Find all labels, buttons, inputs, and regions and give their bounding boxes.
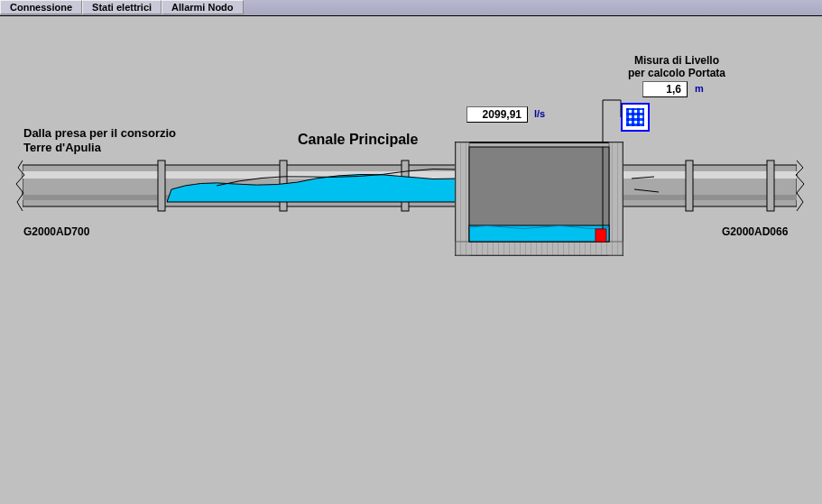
svg-rect-9 — [686, 160, 693, 211]
svg-rect-10 — [767, 160, 774, 211]
svg-rect-3 — [158, 160, 165, 211]
svg-rect-19 — [596, 229, 606, 242]
right-pipe — [623, 160, 804, 211]
svg-rect-12 — [456, 142, 469, 255]
measurement-chamber — [456, 142, 623, 255]
scada-canvas: Misura di Livello per calcolo Portata 1,… — [0, 16, 822, 504]
svg-rect-13 — [609, 142, 623, 255]
menu-connessione[interactable]: Connessione — [0, 0, 82, 14]
menubar: Connessione Stati elettrici Allarmi Nodo — [0, 0, 822, 16]
menu-allarmi-nodo[interactable]: Allarmi Nodo — [162, 0, 243, 14]
canal-diagram — [0, 16, 822, 287]
left-pipe — [16, 160, 460, 211]
svg-rect-14 — [456, 242, 623, 255]
menu-stati-elettrici[interactable]: Stati elettrici — [82, 0, 162, 14]
